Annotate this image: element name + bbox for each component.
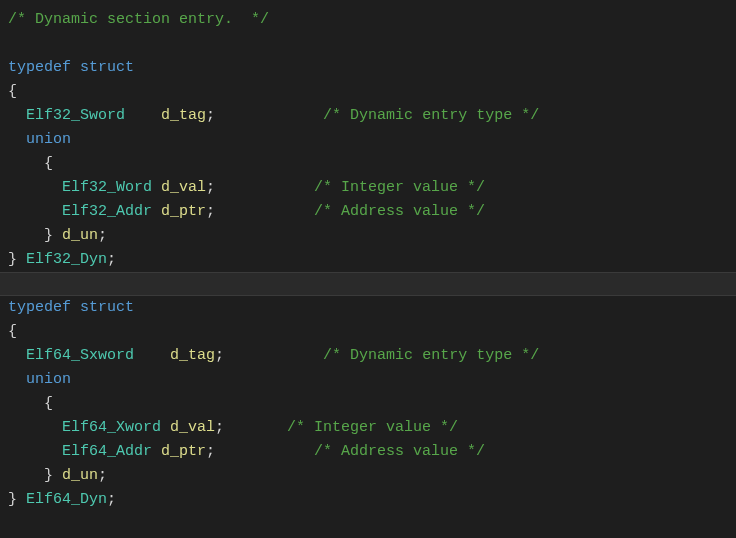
indent: [8, 443, 62, 460]
code-line[interactable]: Elf64_Sxword d_tag; /* Dynamic entry typ…: [0, 344, 736, 368]
brace-open: {: [8, 155, 53, 172]
semicolon: ;: [107, 251, 116, 268]
type-name: Elf32_Addr: [62, 203, 152, 220]
keyword-struct: struct: [71, 299, 134, 316]
indent: [8, 419, 62, 436]
spacer: [152, 443, 161, 460]
indent: [8, 179, 62, 196]
brace-close: }: [8, 251, 26, 268]
code-line[interactable]: } Elf32_Dyn;: [0, 248, 736, 272]
code-line[interactable]: } Elf64_Dyn;: [0, 488, 736, 512]
code-line[interactable]: union: [0, 368, 736, 392]
comment-text: /* Address value */: [314, 203, 485, 220]
spacer: [134, 347, 170, 364]
code-line[interactable]: typedef struct: [0, 56, 736, 80]
type-name: Elf32_Sword: [26, 107, 125, 124]
spacer: [152, 179, 161, 196]
comment-text: /* Integer value */: [314, 179, 485, 196]
type-name: Elf64_Addr: [62, 443, 152, 460]
indent: [8, 371, 26, 388]
code-line[interactable]: {: [0, 80, 736, 104]
identifier: d_un: [62, 227, 98, 244]
type-name: Elf32_Dyn: [26, 251, 107, 268]
code-line[interactable]: typedef struct: [0, 296, 736, 320]
type-name: Elf64_Xword: [62, 419, 161, 436]
spacer: [125, 107, 161, 124]
code-editor[interactable]: /* Dynamic section entry. */ typedef str…: [0, 8, 736, 512]
keyword-union: union: [26, 371, 71, 388]
semicolon: ;: [206, 203, 314, 220]
brace-close: }: [8, 491, 26, 508]
code-line[interactable]: Elf32_Sword d_tag; /* Dynamic entry type…: [0, 104, 736, 128]
code-line[interactable]: Elf32_Addr d_ptr; /* Address value */: [0, 200, 736, 224]
semicolon: ;: [107, 491, 116, 508]
brace-open: {: [8, 83, 17, 100]
spacer: [152, 203, 161, 220]
identifier: d_val: [161, 179, 206, 196]
brace-close: }: [8, 467, 62, 484]
code-line[interactable]: {: [0, 320, 736, 344]
code-line[interactable]: Elf32_Word d_val; /* Integer value */: [0, 176, 736, 200]
code-line[interactable]: Elf64_Xword d_val; /* Integer value */: [0, 416, 736, 440]
identifier: d_tag: [161, 107, 206, 124]
type-name: Elf32_Word: [62, 179, 152, 196]
semicolon: ;: [215, 347, 323, 364]
comment-text: /* Dynamic entry type */: [323, 347, 539, 364]
code-line[interactable]: Elf64_Addr d_ptr; /* Address value */: [0, 440, 736, 464]
indent: [8, 347, 26, 364]
code-line-current[interactable]: [0, 272, 736, 296]
keyword-struct: struct: [71, 59, 134, 76]
identifier: d_ptr: [161, 203, 206, 220]
identifier: d_un: [62, 467, 98, 484]
comment-text: /* Dynamic section entry. */: [8, 11, 269, 28]
brace-close: }: [8, 227, 62, 244]
keyword-typedef: typedef: [8, 59, 71, 76]
semicolon: ;: [215, 419, 287, 436]
semicolon: ;: [206, 107, 323, 124]
comment-text: /* Address value */: [314, 443, 485, 460]
identifier: d_ptr: [161, 443, 206, 460]
identifier: d_tag: [170, 347, 215, 364]
semicolon: ;: [206, 443, 314, 460]
brace-open: {: [8, 323, 17, 340]
code-line[interactable]: union: [0, 128, 736, 152]
brace-open: {: [8, 395, 53, 412]
comment-text: /* Dynamic entry type */: [323, 107, 539, 124]
keyword-union: union: [26, 131, 71, 148]
identifier: d_val: [170, 419, 215, 436]
code-line[interactable]: } d_un;: [0, 464, 736, 488]
indent: [8, 131, 26, 148]
code-line[interactable]: {: [0, 392, 736, 416]
comment-text: /* Integer value */: [287, 419, 458, 436]
code-line[interactable]: [0, 32, 736, 56]
code-line[interactable]: } d_un;: [0, 224, 736, 248]
indent: [8, 107, 26, 124]
semicolon: ;: [206, 179, 314, 196]
code-line[interactable]: /* Dynamic section entry. */: [0, 8, 736, 32]
code-line[interactable]: {: [0, 152, 736, 176]
type-name: Elf64_Sxword: [26, 347, 134, 364]
indent: [8, 203, 62, 220]
semicolon: ;: [98, 467, 107, 484]
keyword-typedef: typedef: [8, 299, 71, 316]
type-name: Elf64_Dyn: [26, 491, 107, 508]
semicolon: ;: [98, 227, 107, 244]
spacer: [161, 419, 170, 436]
